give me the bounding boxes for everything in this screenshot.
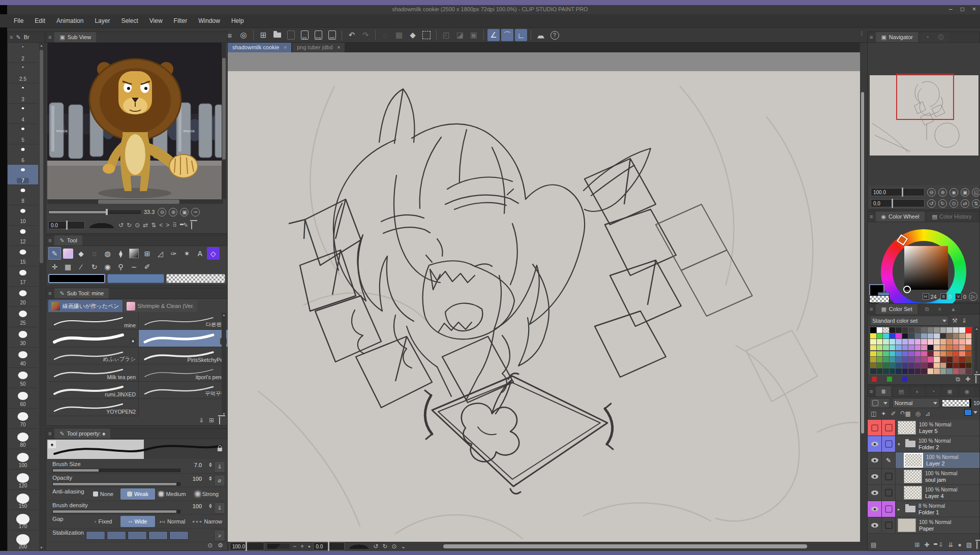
tutorial-icon[interactable] — [535, 29, 547, 41]
color-swatch-82[interactable] — [883, 357, 890, 363]
replace-color-icon[interactable]: ⧉ — [956, 376, 960, 383]
nav-rotate-left-icon[interactable]: ↺ — [927, 199, 936, 208]
panel-menu-icon[interactable]: ≡ — [48, 430, 51, 437]
canvas-zoom-out-icon[interactable]: − — [293, 543, 296, 550]
panel-menu-icon[interactable]: ≡ — [48, 237, 51, 243]
property-side-button[interactable]: ⇓ — [214, 502, 225, 514]
folder-chevron-icon[interactable]: ▸ — [898, 507, 902, 512]
menu-layer[interactable]: Layer — [89, 14, 115, 27]
color-swatch-59[interactable] — [940, 345, 947, 351]
navigator-ghost-tab-2[interactable]: ⓘ — [934, 32, 948, 42]
restore-defaults-icon[interactable]: ⊙ — [207, 542, 212, 549]
panel-menu-icon[interactable]: ≡ — [10, 34, 13, 40]
selection-pen-tool[interactable]: ◍ — [101, 247, 114, 260]
segment-medium[interactable]: Medium — [155, 488, 190, 500]
canvas-area[interactable] — [228, 52, 860, 542]
color-swatch-51[interactable] — [890, 345, 896, 351]
clear-image-icon[interactable] — [191, 222, 192, 229]
brush-size-item-40[interactable]: 40 — [8, 348, 38, 368]
layer-row-layer-4[interactable]: 100 % NormalLayer 4 — [868, 485, 979, 501]
layer-visibility-cell[interactable] — [868, 485, 882, 501]
redo-button[interactable]: ↷ — [359, 29, 372, 41]
thumbnail-grid-icon[interactable]: ⠿ — [172, 222, 177, 229]
color-swatch-68[interactable] — [896, 351, 902, 357]
quick-color-1[interactable] — [887, 377, 892, 382]
canvas-zoom-input[interactable]: 100.0 — [230, 542, 264, 550]
layers-tab[interactable]: ≣ — [876, 386, 891, 396]
color-swatch-56[interactable] — [921, 345, 928, 351]
zoom-in-icon[interactable]: ⊕ — [169, 208, 177, 217]
color-swatch-36[interactable] — [896, 339, 902, 345]
color-swatch-49[interactable] — [877, 345, 883, 351]
nav-fullscreen-icon[interactable]: ◱ — [972, 188, 980, 197]
color-swatch-124[interactable] — [946, 368, 953, 375]
color-swatch-67[interactable] — [890, 351, 896, 357]
clipping-mask-icon[interactable]: ◫ — [871, 410, 876, 417]
color-swatch-7[interactable] — [915, 327, 922, 333]
open-file-button[interactable] — [271, 29, 283, 41]
color-swatch-2[interactable] — [883, 327, 890, 333]
layer-color-cell[interactable] — [882, 420, 896, 436]
eye-icon[interactable] — [871, 458, 878, 462]
color-swatch-112[interactable] — [870, 368, 877, 375]
lasso-tool[interactable]: ◌ — [88, 247, 101, 260]
color-swatch-42[interactable] — [934, 339, 940, 345]
color-swatch-110[interactable] — [959, 363, 966, 369]
color-swatch-24[interactable] — [921, 333, 928, 340]
color-swatch-89[interactable] — [928, 357, 934, 363]
layer-visibility-cell[interactable] — [868, 436, 882, 452]
segment-weak[interactable]: Weak — [120, 488, 155, 500]
color-swatch-119[interactable] — [915, 368, 922, 375]
subtool-brush-mine[interactable]: mine — [48, 313, 139, 330]
document-tab-1[interactable]: shadowmilk cookie× — [228, 43, 291, 52]
color-swatch-6[interactable] — [908, 327, 915, 333]
auto-select-tool[interactable]: ✶ — [180, 247, 193, 260]
grid-tool[interactable]: ⊞ — [141, 247, 154, 260]
close-button[interactable]: × — [972, 6, 976, 13]
color-swatch-32[interactable] — [870, 339, 877, 345]
color-swatch-105[interactable] — [928, 363, 934, 369]
layer-color-cell[interactable] — [882, 469, 896, 484]
canvas-vscrollbar[interactable] — [860, 52, 865, 542]
color-swatch-106[interactable] — [934, 363, 940, 369]
color-swatch-29[interactable] — [953, 333, 960, 340]
scroll-up-icon[interactable]: ▲ — [222, 313, 226, 317]
navigator-tab[interactable]: ▣ Navigator — [876, 32, 917, 42]
eye-icon[interactable] — [871, 474, 878, 479]
layer-row-soul-jam[interactable]: 100 % Normalsoul jam — [868, 469, 979, 485]
fit-to-window-icon[interactable]: ▣ — [180, 208, 189, 217]
brush-size-item-17[interactable]: 17 — [8, 266, 38, 287]
panel-menu-icon[interactable]: ≡ — [48, 34, 51, 40]
color-swatch-102[interactable] — [908, 363, 915, 369]
color-swatch-45[interactable] — [953, 339, 960, 345]
menu-filter[interactable]: Filter — [168, 14, 193, 27]
blend-mode-select[interactable]: Normal — [892, 398, 940, 408]
layer-row-paper[interactable]: 100 % NormalPaper — [868, 517, 979, 534]
color-set-scrollbar[interactable]: ▲ ▼ — [974, 327, 978, 374]
quick-color-0[interactable] — [872, 377, 877, 382]
color-swatch-62[interactable] — [959, 345, 966, 351]
next-image-icon[interactable]: > — [166, 222, 169, 229]
color-swatch-12[interactable] — [946, 327, 953, 333]
color-swatch-69[interactable] — [902, 351, 909, 357]
panel-menu-icon[interactable]: ≡ — [48, 290, 51, 296]
layer-thumbnail[interactable] — [904, 470, 922, 483]
color-swatch-9[interactable] — [928, 327, 934, 333]
edit-image-icon[interactable]: ✎ — [183, 222, 188, 229]
animation-cels-tab[interactable]: ◐ — [911, 386, 924, 396]
color-swatch-74[interactable] — [934, 351, 940, 357]
canvas-rotate-input[interactable]: 0.0 — [313, 542, 345, 550]
navigator-view-rect[interactable] — [896, 74, 954, 120]
prev-image-icon[interactable]: < — [159, 222, 163, 229]
property-slider[interactable] — [52, 469, 180, 472]
panel-menu-icon[interactable]: ≡ — [870, 388, 873, 394]
brush-size-item-100[interactable]: 100 — [8, 449, 38, 470]
enable-mask-icon[interactable]: ◎ — [915, 410, 921, 417]
brush-size-item-25[interactable]: 25 — [8, 307, 38, 327]
subtool-group-tab-1[interactable]: 線画嫌いが作ったペン — [48, 300, 122, 312]
layer-color-cell[interactable] — [882, 517, 896, 533]
brush-size-item-12[interactable]: 12 — [8, 226, 38, 246]
color-swatch-76[interactable] — [946, 351, 953, 357]
new-raster-layer-icon[interactable]: ⊞ — [914, 541, 920, 548]
brush-size-item-2.5[interactable]: 2.5 — [8, 63, 38, 83]
